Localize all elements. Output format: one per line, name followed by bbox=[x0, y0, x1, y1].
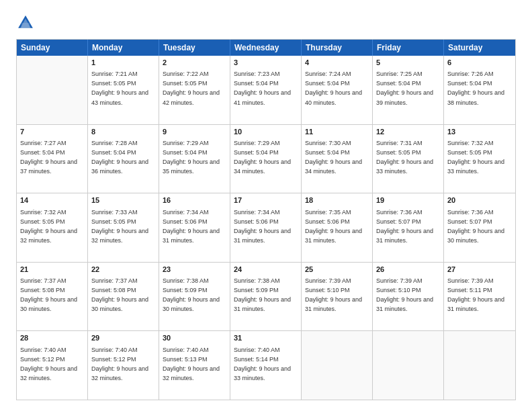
day-number: 13 bbox=[447, 127, 512, 137]
cell-info: Sunrise: 7:37 AMSunset: 5:08 PMDaylight:… bbox=[20, 277, 77, 312]
day-number: 18 bbox=[305, 195, 369, 205]
day-number: 27 bbox=[447, 265, 512, 275]
day-number: 11 bbox=[305, 127, 369, 137]
day-number: 5 bbox=[376, 58, 440, 68]
day-number: 16 bbox=[163, 195, 226, 205]
cell-info: Sunrise: 7:36 AMSunset: 5:07 PMDaylight:… bbox=[376, 209, 433, 244]
cell-info: Sunrise: 7:35 AMSunset: 5:06 PMDaylight:… bbox=[305, 209, 362, 244]
logo bbox=[16, 13, 38, 32]
day-number: 3 bbox=[234, 58, 298, 68]
day-cell-22: 22Sunrise: 7:37 AMSunset: 5:08 PMDayligh… bbox=[88, 263, 159, 331]
cell-info: Sunrise: 7:28 AMSunset: 5:04 PMDaylight:… bbox=[91, 140, 148, 175]
day-cell-15: 15Sunrise: 7:33 AMSunset: 5:05 PMDayligh… bbox=[88, 193, 159, 262]
day-number: 15 bbox=[91, 195, 155, 205]
cell-info: Sunrise: 7:26 AMSunset: 5:04 PMDaylight:… bbox=[447, 71, 504, 105]
cell-info: Sunrise: 7:40 AMSunset: 5:13 PMDaylight:… bbox=[163, 347, 220, 381]
day-cell-21: 21Sunrise: 7:37 AMSunset: 5:08 PMDayligh… bbox=[17, 263, 88, 331]
day-cell-11: 11Sunrise: 7:30 AMSunset: 5:04 PMDayligh… bbox=[302, 125, 373, 193]
header bbox=[16, 13, 516, 32]
day-number: 19 bbox=[376, 195, 440, 205]
day-number: 28 bbox=[20, 333, 84, 343]
cell-info: Sunrise: 7:40 AMSunset: 5:12 PMDaylight:… bbox=[20, 347, 77, 381]
day-number: 2 bbox=[163, 58, 226, 68]
day-cell-16: 16Sunrise: 7:34 AMSunset: 5:06 PMDayligh… bbox=[159, 193, 230, 262]
header-day-thursday: Thursday bbox=[302, 40, 373, 56]
day-number: 21 bbox=[20, 265, 84, 275]
day-number: 7 bbox=[20, 127, 84, 137]
day-cell-10: 10Sunrise: 7:29 AMSunset: 5:04 PMDayligh… bbox=[230, 125, 302, 193]
week-row-1: 1Sunrise: 7:21 AMSunset: 5:05 PMDaylight… bbox=[17, 56, 515, 124]
day-cell-18: 18Sunrise: 7:35 AMSunset: 5:06 PMDayligh… bbox=[302, 193, 373, 262]
calendar: SundayMondayTuesdayWednesdayThursdayFrid… bbox=[16, 39, 516, 400]
day-number: 30 bbox=[163, 333, 226, 343]
cell-info: Sunrise: 7:21 AMSunset: 5:05 PMDaylight:… bbox=[91, 71, 148, 105]
empty-cell bbox=[17, 56, 88, 124]
cell-info: Sunrise: 7:27 AMSunset: 5:04 PMDaylight:… bbox=[20, 140, 77, 175]
day-number: 25 bbox=[305, 265, 369, 275]
cell-info: Sunrise: 7:23 AMSunset: 5:04 PMDaylight:… bbox=[234, 71, 291, 105]
day-cell-13: 13Sunrise: 7:32 AMSunset: 5:05 PMDayligh… bbox=[444, 125, 515, 193]
day-number: 1 bbox=[91, 58, 155, 68]
cell-info: Sunrise: 7:32 AMSunset: 5:05 PMDaylight:… bbox=[20, 209, 77, 244]
day-cell-12: 12Sunrise: 7:31 AMSunset: 5:05 PMDayligh… bbox=[373, 125, 444, 193]
day-cell-30: 30Sunrise: 7:40 AMSunset: 5:13 PMDayligh… bbox=[159, 331, 230, 400]
day-number: 31 bbox=[234, 333, 298, 343]
calendar-body: 1Sunrise: 7:21 AMSunset: 5:05 PMDaylight… bbox=[17, 56, 515, 400]
logo-icon bbox=[16, 13, 35, 32]
svg-rect-2 bbox=[21, 23, 30, 28]
day-number: 4 bbox=[305, 58, 369, 68]
day-cell-6: 6Sunrise: 7:26 AMSunset: 5:04 PMDaylight… bbox=[444, 56, 515, 124]
cell-info: Sunrise: 7:24 AMSunset: 5:04 PMDaylight:… bbox=[305, 71, 362, 105]
cell-info: Sunrise: 7:38 AMSunset: 5:09 PMDaylight:… bbox=[234, 277, 291, 312]
cell-info: Sunrise: 7:38 AMSunset: 5:09 PMDaylight:… bbox=[163, 277, 220, 312]
cell-info: Sunrise: 7:39 AMSunset: 5:11 PMDaylight:… bbox=[447, 277, 504, 312]
day-number: 26 bbox=[376, 265, 440, 275]
day-cell-1: 1Sunrise: 7:21 AMSunset: 5:05 PMDaylight… bbox=[88, 56, 159, 124]
calendar-header: SundayMondayTuesdayWednesdayThursdayFrid… bbox=[17, 40, 515, 56]
day-cell-27: 27Sunrise: 7:39 AMSunset: 5:11 PMDayligh… bbox=[444, 263, 515, 331]
day-number: 20 bbox=[447, 195, 512, 205]
week-row-3: 14Sunrise: 7:32 AMSunset: 5:05 PMDayligh… bbox=[17, 193, 515, 262]
day-cell-5: 5Sunrise: 7:25 AMSunset: 5:04 PMDaylight… bbox=[373, 56, 444, 124]
day-number: 23 bbox=[163, 265, 226, 275]
day-cell-23: 23Sunrise: 7:38 AMSunset: 5:09 PMDayligh… bbox=[159, 263, 230, 331]
day-number: 29 bbox=[91, 333, 155, 343]
day-cell-2: 2Sunrise: 7:22 AMSunset: 5:05 PMDaylight… bbox=[159, 56, 230, 124]
empty-cell bbox=[373, 331, 444, 400]
cell-info: Sunrise: 7:22 AMSunset: 5:05 PMDaylight:… bbox=[163, 71, 220, 105]
header-day-saturday: Saturday bbox=[444, 40, 515, 56]
day-cell-3: 3Sunrise: 7:23 AMSunset: 5:04 PMDaylight… bbox=[230, 56, 302, 124]
header-day-tuesday: Tuesday bbox=[159, 40, 230, 56]
day-number: 17 bbox=[234, 195, 298, 205]
cell-info: Sunrise: 7:32 AMSunset: 5:05 PMDaylight:… bbox=[447, 140, 504, 175]
day-cell-4: 4Sunrise: 7:24 AMSunset: 5:04 PMDaylight… bbox=[302, 56, 373, 124]
cell-info: Sunrise: 7:34 AMSunset: 5:06 PMDaylight:… bbox=[234, 209, 291, 244]
cell-info: Sunrise: 7:40 AMSunset: 5:12 PMDaylight:… bbox=[91, 347, 148, 381]
day-number: 8 bbox=[91, 127, 155, 137]
day-cell-7: 7Sunrise: 7:27 AMSunset: 5:04 PMDaylight… bbox=[17, 125, 88, 193]
day-number: 22 bbox=[91, 265, 155, 275]
day-cell-9: 9Sunrise: 7:29 AMSunset: 5:04 PMDaylight… bbox=[159, 125, 230, 193]
day-number: 24 bbox=[234, 265, 298, 275]
cell-info: Sunrise: 7:33 AMSunset: 5:05 PMDaylight:… bbox=[91, 209, 148, 244]
cell-info: Sunrise: 7:34 AMSunset: 5:06 PMDaylight:… bbox=[163, 209, 220, 244]
day-cell-24: 24Sunrise: 7:38 AMSunset: 5:09 PMDayligh… bbox=[230, 263, 302, 331]
cell-info: Sunrise: 7:29 AMSunset: 5:04 PMDaylight:… bbox=[163, 140, 220, 175]
empty-cell bbox=[302, 331, 373, 400]
cell-info: Sunrise: 7:40 AMSunset: 5:14 PMDaylight:… bbox=[234, 347, 291, 381]
day-number: 6 bbox=[447, 58, 512, 68]
cell-info: Sunrise: 7:39 AMSunset: 5:10 PMDaylight:… bbox=[305, 277, 362, 312]
week-row-4: 21Sunrise: 7:37 AMSunset: 5:08 PMDayligh… bbox=[17, 262, 515, 331]
day-number: 14 bbox=[20, 195, 84, 205]
day-cell-26: 26Sunrise: 7:39 AMSunset: 5:10 PMDayligh… bbox=[373, 263, 444, 331]
day-number: 10 bbox=[234, 127, 298, 137]
day-cell-29: 29Sunrise: 7:40 AMSunset: 5:12 PMDayligh… bbox=[88, 331, 159, 400]
cell-info: Sunrise: 7:29 AMSunset: 5:04 PMDaylight:… bbox=[234, 140, 291, 175]
cell-info: Sunrise: 7:30 AMSunset: 5:04 PMDaylight:… bbox=[305, 140, 362, 175]
header-day-sunday: Sunday bbox=[17, 40, 88, 56]
day-cell-25: 25Sunrise: 7:39 AMSunset: 5:10 PMDayligh… bbox=[302, 263, 373, 331]
day-number: 9 bbox=[163, 127, 226, 137]
day-number: 12 bbox=[376, 127, 440, 137]
page: SundayMondayTuesdayWednesdayThursdayFrid… bbox=[0, 0, 532, 411]
header-day-wednesday: Wednesday bbox=[230, 40, 302, 56]
